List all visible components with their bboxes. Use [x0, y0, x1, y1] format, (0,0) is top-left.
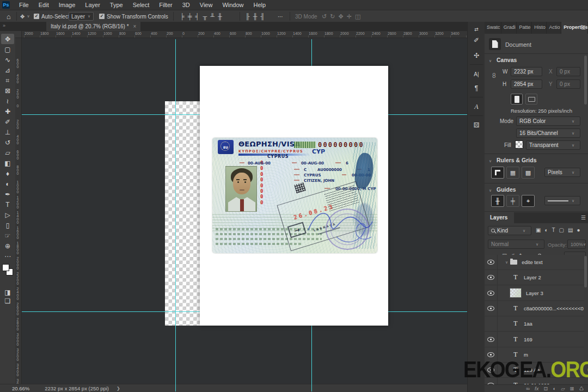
layer-filter-icon[interactable]: ▢: [559, 227, 564, 233]
mode-dropdown[interactable]: RGB Color∨: [516, 117, 580, 126]
new-layer-icon[interactable]: ⊞: [570, 385, 574, 391]
layer-row-6[interactable]: T169: [485, 332, 584, 347]
zoom-level-field[interactable]: 20.66%: [12, 385, 29, 391]
move-tool[interactable]: ✥: [1, 34, 14, 44]
link-layers-icon[interactable]: ∞: [526, 385, 530, 391]
mixer-brush-icon[interactable]: ✣: [468, 49, 485, 62]
delete-layer-icon[interactable]: ♺: [579, 385, 584, 391]
character-panel-icon[interactable]: A|: [468, 68, 485, 81]
panel-tab-histo[interactable]: Histo: [532, 22, 547, 34]
layer-row-3[interactable]: Layer 3: [485, 286, 584, 301]
visibility-eye-icon[interactable]: [485, 301, 498, 316]
layer-row-7[interactable]: Tm: [485, 347, 584, 363]
more-tools[interactable]: ⋯: [0, 251, 15, 261]
layer-filter-icon[interactable]: ◐: [544, 227, 548, 233]
screen-mode[interactable]: ❏: [0, 296, 15, 306]
history-brush-tool[interactable]: ↺: [0, 137, 15, 148]
layers-scrollbar[interactable]: [584, 256, 587, 287]
menu-view[interactable]: View: [195, 0, 218, 10]
layer-filter-icon[interactable]: ●: [577, 227, 580, 233]
document-tab[interactable]: Italy id.psd @ 20.7% (RGB/16) * ×: [46, 22, 140, 31]
foreground-color-swatch[interactable]: [2, 264, 9, 271]
menu-file[interactable]: File: [14, 0, 34, 10]
units-dropdown[interactable]: Pixels∨: [544, 168, 580, 177]
align-icon[interactable]: ╪: [188, 13, 192, 20]
width-field[interactable]: 2232 px: [511, 67, 542, 76]
guide-vertical-1[interactable]: [175, 39, 176, 391]
layer-name[interactable]: Layer 2: [524, 274, 541, 280]
eyedropper-tool[interactable]: ≀: [0, 96, 15, 106]
layer-mask-icon[interactable]: ⊡: [543, 385, 548, 391]
fill-swatch[interactable]: [515, 140, 523, 149]
marquee-tool[interactable]: ▢: [0, 44, 15, 54]
panel-tab-patte[interactable]: Patte: [517, 22, 532, 34]
layer-filter-dropdown[interactable]: Kind∨: [488, 226, 531, 235]
collapse-tabs-icon[interactable]: »: [3, 23, 5, 28]
visibility-hidden-cell[interactable]: [485, 316, 498, 332]
clone-stamp-tool[interactable]: ⊥: [0, 127, 15, 137]
landscape-orientation-button[interactable]: [525, 94, 537, 105]
new-group-icon[interactable]: ▱: [561, 385, 565, 391]
layers-menu-icon[interactable]: ☰: [581, 215, 586, 220]
guide-style-dropdown[interactable]: ∨: [544, 196, 580, 205]
lasso-tool[interactable]: ∿: [0, 54, 15, 65]
layer-name[interactable]: 1aa: [524, 321, 532, 327]
layer-name[interactable]: Layer 3: [526, 290, 543, 296]
link-dimensions-icon[interactable]: 8: [492, 72, 496, 79]
status-arrow-icon[interactable]: ❯: [117, 386, 120, 391]
toggle-rulers-button[interactable]: [491, 167, 504, 179]
visibility-eye-icon[interactable]: [485, 332, 498, 347]
document-canvas[interactable]: EU ΘΕΩΡΗΣΗ/VISA 000000000 ΚΥΠΡΟΣ/CHYPRE/…: [200, 66, 388, 326]
pen-tool[interactable]: ✒: [0, 189, 15, 199]
type-tool[interactable]: T: [0, 199, 15, 210]
layer-row-8[interactable]: T129 Aa: [485, 363, 584, 378]
layer-row-1[interactable]: ∨edite text: [485, 255, 584, 270]
layer-filter-icon[interactable]: ▤: [568, 227, 573, 233]
menu-layer[interactable]: Layer: [80, 0, 105, 10]
menu-image[interactable]: Image: [54, 0, 81, 10]
distribute-icon[interactable]: ╢: [261, 13, 265, 20]
height-field[interactable]: 2854 px: [511, 79, 542, 89]
toggle-pixel-grid-button[interactable]: ▩: [522, 167, 535, 179]
frame-tool[interactable]: ⊠: [0, 85, 15, 96]
menu-select[interactable]: Select: [128, 0, 155, 10]
home-icon[interactable]: ⌂: [7, 10, 11, 22]
healing-brush-tool[interactable]: ✚: [0, 106, 15, 117]
layers-tab[interactable]: Layers: [485, 212, 514, 223]
properties-scrollbar[interactable]: [584, 56, 587, 105]
align-icon[interactable]: ╞: [180, 13, 185, 20]
chevron-down-icon[interactable]: ∨: [489, 159, 492, 163]
toggle-grid-button[interactable]: ▦: [506, 167, 519, 179]
adjustment-layer-icon[interactable]: ◐: [553, 385, 556, 391]
guides-button-1[interactable]: ╫: [491, 195, 504, 207]
path-select-tool[interactable]: ▷: [0, 210, 15, 220]
visibility-eye-icon[interactable]: [485, 285, 498, 301]
crop-tool[interactable]: ⌗: [0, 75, 15, 85]
menu-window[interactable]: Window: [217, 0, 248, 10]
brush-settings-icon[interactable]: ✐: [468, 34, 485, 47]
eraser-tool[interactable]: ▱: [0, 148, 15, 158]
libraries-panel-icon[interactable]: ⚄: [468, 119, 485, 132]
guides-button-2[interactable]: ╪: [506, 195, 519, 207]
visibility-eye-icon[interactable]: [485, 363, 498, 378]
menu-3d[interactable]: 3D: [177, 0, 195, 10]
panel-tab-actio[interactable]: Actio: [547, 22, 561, 34]
align-icon[interactable]: ╫: [218, 13, 222, 20]
auto-select-target-dropdown[interactable]: Layer ∨: [69, 12, 94, 21]
panel-menu-icon[interactable]: ☰: [581, 24, 586, 30]
visibility-eye-icon[interactable]: [485, 270, 498, 285]
layer-row-5[interactable]: T1aa: [485, 316, 584, 332]
layer-row-2[interactable]: TLayer 2: [485, 270, 584, 285]
hand-tool[interactable]: ☞: [0, 230, 15, 241]
layer-filter-icon[interactable]: T: [552, 227, 555, 233]
panel-tab-swatc[interactable]: Swatc: [485, 22, 501, 34]
gradient-tool[interactable]: ◧: [0, 158, 15, 168]
layer-row-4[interactable]: Tc8a0000000...<<<<<<<<0 d: [485, 301, 584, 316]
chevron-down-icon[interactable]: ∨: [489, 59, 492, 63]
layer-name[interactable]: c8a0000000...<<<<<<<<0 d: [524, 305, 584, 311]
shape-tool[interactable]: ▯: [0, 220, 15, 230]
distribute-icon[interactable]: ╟: [246, 13, 250, 20]
bit-depth-dropdown[interactable]: 16 Bits/Channel∨: [516, 128, 580, 138]
more-options-icon[interactable]: ⋯: [278, 10, 283, 22]
dodge-tool[interactable]: ◐: [0, 179, 15, 189]
